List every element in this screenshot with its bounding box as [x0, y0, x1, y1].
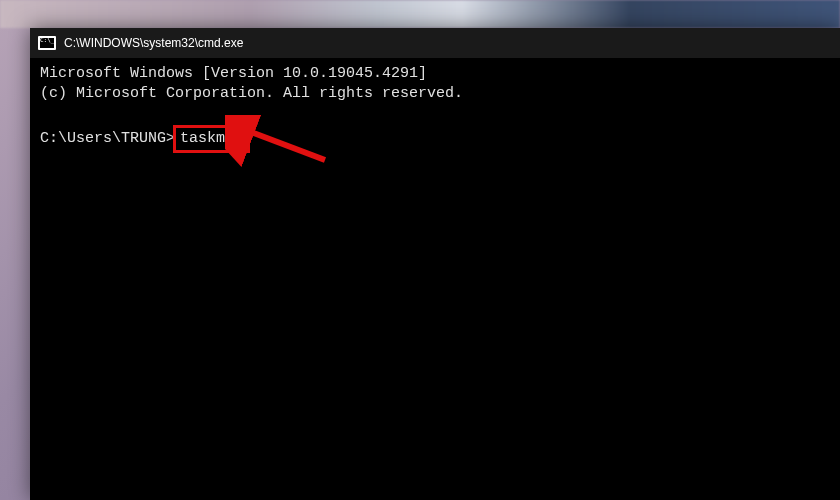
terminal-content[interactable]: Microsoft Windows [Version 10.0.19045.42… [30, 58, 840, 159]
window-title: C:\WINDOWS\system32\cmd.exe [64, 36, 243, 50]
command-text: taskmgr [180, 130, 243, 147]
desktop-background-blur [0, 0, 840, 28]
cmd-window[interactable]: C:\WINDOWS\system32\cmd.exe Microsoft Wi… [30, 28, 840, 500]
command-input-highlight: taskmgr [173, 125, 250, 153]
prompt-path: C:\Users\TRUNG> [40, 129, 175, 149]
prompt-line: C:\Users\TRUNG>taskmgr [40, 125, 830, 153]
cmd-icon [38, 36, 56, 50]
terminal-line-copyright: (c) Microsoft Corporation. All rights re… [40, 84, 830, 104]
title-bar[interactable]: C:\WINDOWS\system32\cmd.exe [30, 28, 840, 58]
terminal-line-version: Microsoft Windows [Version 10.0.19045.42… [40, 64, 830, 84]
